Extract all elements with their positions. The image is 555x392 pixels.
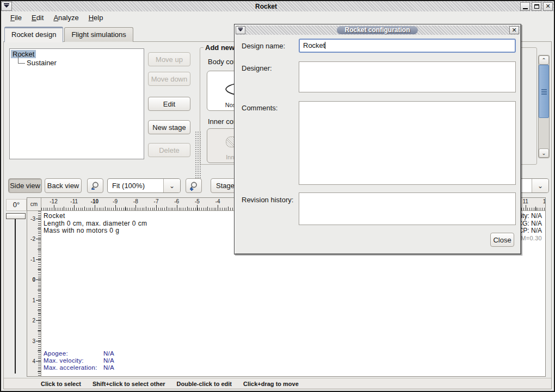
move-up-button[interactable]: Move up	[148, 52, 190, 66]
titlebar: Rocket ✕	[1, 1, 554, 11]
edit-button[interactable]: Edit	[148, 97, 190, 111]
v-ruler-tick	[38, 290, 41, 290]
h-ruler-tick	[166, 207, 167, 210]
minimize-button[interactable]	[520, 2, 530, 11]
v-ruler-tick	[38, 269, 41, 270]
rocket-info-text: Rocket Length 0 cm, max. diameter 0 cm M…	[44, 213, 147, 235]
h-ruler-label: 11	[522, 198, 528, 204]
move-down-button[interactable]: Move down	[148, 72, 190, 86]
zoom-in-button[interactable]	[186, 178, 202, 193]
rotation-slider-thumb[interactable]	[6, 213, 26, 219]
status-hint: Click+drag to move	[243, 381, 299, 387]
maximize-button[interactable]	[532, 2, 541, 11]
v-ruler-tick	[38, 371, 41, 372]
comments-textarea[interactable]	[299, 101, 516, 185]
v-ruler-label: -1	[30, 256, 35, 262]
menu-help[interactable]: Help	[84, 12, 108, 23]
v-ruler-tick	[36, 279, 41, 280]
h-ruler-tick	[207, 207, 208, 210]
rocket-configuration-dialog: Rocket configuration ✕ Design name: Rock…	[234, 24, 521, 254]
status-hint: Shift+click to select other	[92, 381, 165, 387]
v-ruler-tick	[38, 310, 41, 310]
status-bar: Click to selectShift+click to select oth…	[4, 378, 551, 389]
tree-item-sustainer[interactable]: Sustainer	[25, 59, 58, 67]
h-ruler-tick	[125, 207, 126, 210]
delete-button[interactable]: Delete	[148, 143, 190, 157]
side-view-button[interactable]: Side view	[8, 178, 42, 193]
h-ruler-tick	[535, 207, 536, 210]
h-ruler-tick	[228, 207, 229, 210]
menu-edit[interactable]: Edit	[27, 12, 48, 23]
h-ruler-tick	[146, 207, 146, 210]
h-ruler-label: 12	[543, 198, 545, 204]
menu-file[interactable]: File	[5, 12, 27, 23]
zoom-out-button[interactable]	[87, 178, 103, 193]
dialog-close-action-button[interactable]: Close	[490, 233, 514, 247]
chevron-down-icon[interactable]: ⌄	[532, 179, 548, 192]
zoom-select[interactable]: Fit (100%) ⌄	[107, 178, 181, 193]
design-name-label: Design name:	[242, 42, 285, 50]
dialog-menu-icon	[238, 29, 243, 31]
v-ruler-tick	[38, 249, 41, 250]
revision-history-textarea[interactable]	[299, 192, 516, 225]
h-ruler-tick	[64, 207, 64, 210]
h-ruler-tick	[105, 207, 106, 210]
v-ruler-tick	[36, 300, 41, 301]
menu-analyze[interactable]: Analyze	[48, 12, 83, 23]
v-ruler-tick	[38, 228, 41, 229]
h-ruler-label: -6	[174, 198, 179, 204]
v-ruler-tick	[38, 351, 41, 351]
h-ruler-tick	[197, 205, 198, 210]
v-ruler-label: 0	[32, 277, 35, 283]
tree-elbow-line	[18, 55, 25, 64]
new-stage-button[interactable]: New stage	[148, 120, 190, 134]
flight-data-row: Max. acceleration:N/A	[44, 364, 114, 371]
rotation-angle-field[interactable]: 0°	[6, 199, 27, 211]
h-ruler-label: -11	[70, 198, 78, 204]
h-ruler-label: -12	[50, 198, 57, 204]
close-icon: ✕	[511, 27, 516, 33]
dialog-close-button[interactable]: ✕	[509, 26, 519, 34]
v-ruler-tick	[38, 331, 41, 331]
design-name-input[interactable]: Rocket	[299, 39, 516, 53]
zoom-out-icon	[90, 181, 100, 191]
h-ruler-label: -9	[113, 198, 118, 204]
v-ruler-tick	[36, 219, 41, 219]
design-name-value: Rocket	[303, 41, 325, 49]
close-icon: ✕	[545, 3, 550, 10]
status-hint: Click to select	[41, 381, 81, 387]
window-menu-button[interactable]	[1, 2, 12, 11]
v-ruler-tick	[36, 259, 41, 260]
flight-data-row: Apogee:N/A	[44, 350, 114, 357]
component-tree[interactable]: Rocket Sustainer	[9, 48, 144, 159]
dialog-title: Rocket configuration	[337, 26, 417, 34]
scroll-down-button[interactable]: ⌄	[539, 148, 549, 158]
chevron-up-icon: ⌃	[541, 57, 546, 63]
dialog-menu-button[interactable]	[236, 26, 245, 34]
minimize-icon	[523, 8, 528, 9]
window-title: Rocket	[12, 3, 520, 10]
tab-rocket-design[interactable]: Rocket design	[4, 27, 63, 42]
v-ruler-tick	[36, 320, 41, 321]
zoom-select-value: Fit (100%)	[108, 182, 163, 190]
h-ruler-label: -8	[133, 198, 138, 204]
rotation-slider-track[interactable]	[15, 216, 16, 374]
chevron-down-icon[interactable]: ⌄	[163, 179, 180, 192]
h-ruler-tick	[218, 205, 218, 210]
h-ruler-tick	[54, 205, 54, 210]
h-ruler-tick	[115, 205, 116, 210]
close-button[interactable]: ✕	[543, 2, 553, 11]
tab-flight-simulations[interactable]: Flight simulations	[64, 27, 133, 42]
h-ruler-tick	[156, 205, 157, 210]
scroll-up-button[interactable]: ⌃	[539, 55, 549, 65]
palette-scrollbar[interactable]: ⌃ ⌄	[538, 55, 550, 158]
v-ruler-label: 4	[32, 358, 35, 364]
flight-data-text: Apogee:N/AMax. velocity:N/AMax. accelera…	[44, 350, 114, 371]
status-hint: Double-click to edit	[177, 381, 232, 387]
text-caret	[325, 42, 325, 49]
revision-history-label: Revision history:	[242, 196, 293, 204]
v-ruler-label: -2	[30, 236, 35, 242]
back-view-button[interactable]: Back view	[45, 178, 82, 193]
designer-textarea[interactable]	[299, 61, 516, 92]
scrollbar-thumb[interactable]	[539, 65, 549, 118]
